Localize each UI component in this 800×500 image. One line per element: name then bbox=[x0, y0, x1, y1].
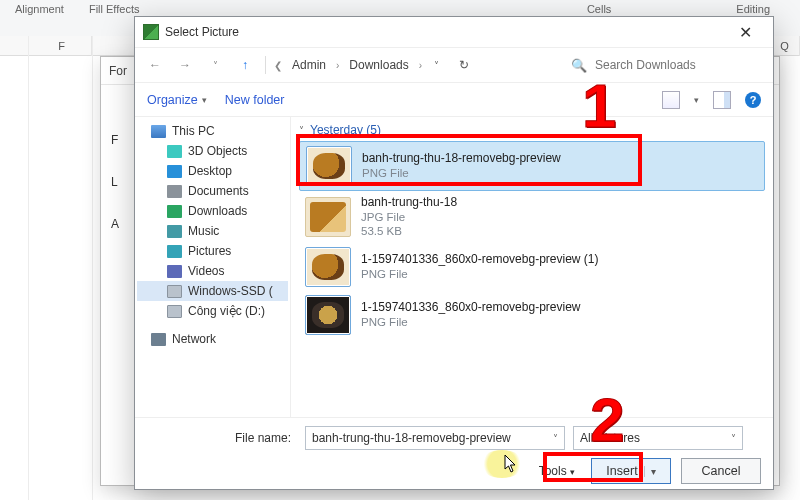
view-options-button[interactable] bbox=[662, 91, 680, 109]
tree-pictures[interactable]: Pictures bbox=[137, 241, 288, 261]
file-item[interactable]: 1-1597401336_860x0-removebg-preview PNG … bbox=[299, 291, 765, 339]
file-name: 1-1597401336_860x0-removebg-preview bbox=[361, 300, 580, 315]
tree-music[interactable]: Music bbox=[137, 221, 288, 241]
nav-forward-button[interactable]: → bbox=[173, 53, 197, 77]
group-header[interactable]: ˅ Yesterday (5) bbox=[299, 123, 765, 137]
tree-label: 3D Objects bbox=[188, 144, 247, 158]
file-size: 53.5 KB bbox=[361, 224, 457, 238]
chevron-down-icon: ▾ bbox=[570, 467, 575, 477]
chevron-right-icon: › bbox=[419, 60, 422, 71]
music-icon bbox=[167, 225, 182, 238]
group-header-label: Yesterday (5) bbox=[310, 123, 381, 137]
nav-back-button[interactable]: ← bbox=[143, 53, 167, 77]
tree-label: This PC bbox=[172, 124, 215, 138]
ribbon-group-cells: Cells bbox=[587, 3, 611, 15]
chevron-down-icon: ▾ bbox=[202, 95, 207, 105]
dialog-titlebar[interactable]: Select Picture ✕ bbox=[135, 17, 773, 47]
tree-label: Music bbox=[188, 224, 219, 238]
file-item[interactable]: 1-1597401336_860x0-removebg-preview (1) … bbox=[299, 243, 765, 291]
file-name: 1-1597401336_860x0-removebg-preview (1) bbox=[361, 252, 598, 267]
help-icon[interactable]: ? bbox=[745, 92, 761, 108]
annotation-marker-2: 2 bbox=[590, 384, 624, 455]
breadcrumb[interactable]: ❮ Admin › Downloads › bbox=[274, 56, 422, 74]
file-item[interactable]: banh-trung-thu-18 JPG File 53.5 KB bbox=[299, 191, 765, 243]
address-bar-row: ← → ˅ ↑ ❮ Admin › Downloads › ˅ ↻ 🔍 bbox=[135, 47, 773, 83]
downloads-icon bbox=[167, 205, 182, 218]
pictures-icon bbox=[167, 245, 182, 258]
tree-downloads[interactable]: Downloads bbox=[137, 201, 288, 221]
tree-label: Pictures bbox=[188, 244, 231, 258]
dialog-title: Select Picture bbox=[165, 25, 239, 39]
refresh-button[interactable]: ↻ bbox=[459, 58, 469, 72]
tree-network[interactable]: Network bbox=[137, 329, 288, 349]
preview-pane-button[interactable] bbox=[713, 91, 731, 109]
tree-label: Desktop bbox=[188, 164, 232, 178]
breadcrumb-seg[interactable]: Downloads bbox=[345, 56, 412, 74]
navigation-tree[interactable]: This PC 3D Objects Desktop Documents Dow… bbox=[135, 117, 291, 417]
tree-label: Windows-SSD ( bbox=[188, 284, 273, 298]
chevron-right-icon: › bbox=[336, 60, 339, 71]
tree-videos[interactable]: Videos bbox=[137, 261, 288, 281]
file-name: banh-trung-thu-18-removebg-preview bbox=[362, 151, 561, 166]
file-type: PNG File bbox=[361, 267, 598, 281]
documents-icon bbox=[167, 185, 182, 198]
ribbon-group-alignment: Alignment bbox=[15, 3, 64, 15]
network-icon bbox=[151, 333, 166, 346]
tools-menu[interactable]: Tools ▾ bbox=[539, 464, 575, 478]
tree-this-pc[interactable]: This PC bbox=[137, 121, 288, 141]
new-folder-button[interactable]: New folder bbox=[225, 93, 285, 107]
file-thumbnail bbox=[305, 295, 351, 335]
chevron-down-icon[interactable]: ▾ bbox=[694, 95, 699, 105]
tree-label: Documents bbox=[188, 184, 249, 198]
nav-recent-chevron[interactable]: ˅ bbox=[203, 53, 227, 77]
search-input[interactable] bbox=[593, 57, 753, 73]
filename-value: banh-trung-thu-18-removebg-preview bbox=[312, 431, 511, 445]
file-thumbnail bbox=[305, 197, 351, 237]
file-list[interactable]: ˅ Yesterday (5) banh-trung-thu-18-remove… bbox=[291, 117, 773, 417]
file-type: PNG File bbox=[361, 315, 580, 329]
file-type: JPG File bbox=[361, 210, 457, 224]
chevron-down-icon: ˅ bbox=[547, 433, 558, 444]
nav-up-button[interactable]: ↑ bbox=[233, 53, 257, 77]
file-type: PNG File bbox=[362, 166, 561, 180]
tree-drive-c[interactable]: Windows-SSD ( bbox=[137, 281, 288, 301]
filename-combo[interactable]: banh-trung-thu-18-removebg-preview ˅ bbox=[305, 426, 565, 450]
chevron-right-icon: ❮ bbox=[274, 60, 282, 71]
ribbon-group-editing: Editing bbox=[736, 3, 770, 15]
col-header[interactable]: Q bbox=[770, 36, 800, 56]
tree-3d-objects[interactable]: 3D Objects bbox=[137, 141, 288, 161]
annotation-highlight bbox=[480, 450, 524, 478]
file-item-selected[interactable]: banh-trung-thu-18-removebg-preview PNG F… bbox=[299, 141, 765, 191]
tree-label: Downloads bbox=[188, 204, 247, 218]
insert-label: Insert bbox=[606, 464, 637, 478]
insert-button[interactable]: Insert ▾ bbox=[591, 458, 671, 484]
tree-drive-d[interactable]: Công việc (D:) bbox=[137, 301, 288, 321]
desktop-icon bbox=[167, 165, 182, 178]
chevron-down-icon: ▾ bbox=[644, 466, 656, 477]
drive-icon bbox=[167, 305, 182, 318]
app-icon bbox=[143, 24, 159, 40]
breadcrumb-seg[interactable]: Admin bbox=[288, 56, 330, 74]
bg-dialog-title: For bbox=[109, 64, 127, 78]
tree-documents[interactable]: Documents bbox=[137, 181, 288, 201]
select-picture-dialog: Select Picture ✕ ← → ˅ ↑ ❮ Admin › Downl… bbox=[134, 16, 774, 490]
tree-desktop[interactable]: Desktop bbox=[137, 161, 288, 181]
cancel-button[interactable]: Cancel bbox=[681, 458, 761, 484]
organize-menu[interactable]: Organize ▾ bbox=[147, 93, 207, 107]
file-thumbnail bbox=[305, 247, 351, 287]
cancel-label: Cancel bbox=[702, 464, 741, 478]
tree-label: Công việc (D:) bbox=[188, 304, 265, 318]
file-thumbnail bbox=[306, 146, 352, 186]
annotation-marker-1: 1 bbox=[582, 70, 616, 141]
computer-icon bbox=[151, 125, 166, 138]
address-dropdown[interactable]: ˅ bbox=[434, 60, 439, 71]
tools-label: Tools bbox=[539, 464, 567, 478]
ribbon-fill-effects: Fill Effects bbox=[89, 3, 140, 15]
close-button[interactable]: ✕ bbox=[725, 18, 765, 46]
3d-objects-icon bbox=[167, 145, 182, 158]
chevron-down-icon: ˅ bbox=[299, 125, 304, 136]
filename-label: File name: bbox=[147, 431, 297, 445]
file-name: banh-trung-thu-18 bbox=[361, 195, 457, 210]
tree-label: Videos bbox=[188, 264, 224, 278]
col-header[interactable]: F bbox=[32, 36, 92, 56]
